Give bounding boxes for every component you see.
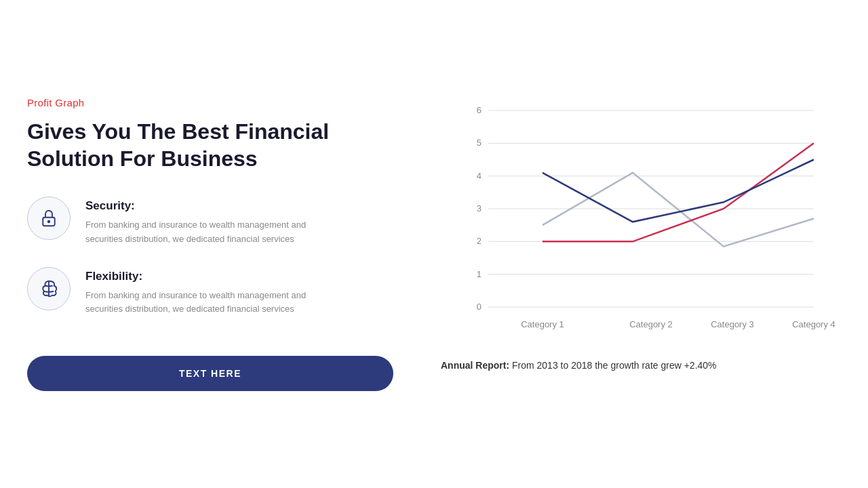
svg-text:1: 1 — [477, 269, 481, 279]
feature-flexibility: Flexibility: From banking and insurance … — [27, 267, 393, 317]
chart-area: 0 1 2 3 4 5 6 Category 1 Category 2 Cate… — [434, 97, 841, 348]
brain-icon — [39, 279, 59, 299]
flexibility-text: Flexibility: From banking and insurance … — [85, 267, 316, 317]
svg-text:3: 3 — [477, 203, 481, 214]
profit-label: Profit Graph — [27, 97, 393, 108]
feature-security: Security: From banking and insurance to … — [27, 197, 393, 247]
flexibility-desc: From banking and insurance to wealth man… — [85, 289, 316, 317]
security-title: Security: — [85, 199, 316, 213]
svg-text:6: 6 — [477, 105, 481, 115]
flexibility-icon-circle — [27, 267, 71, 310]
headline: Gives You The Best Financial Solution Fo… — [27, 118, 393, 172]
svg-text:Category 3: Category 3 — [711, 319, 754, 329]
svg-text:Category 2: Category 2 — [629, 319, 673, 329]
security-desc: From banking and insurance to wealth man… — [85, 218, 316, 247]
svg-text:Category 4: Category 4 — [792, 319, 835, 329]
annual-report-text: From 2013 to 2018 the growth rate grew +… — [512, 360, 717, 371]
lock-icon — [39, 208, 59, 228]
svg-text:2: 2 — [477, 236, 481, 246]
svg-point-1 — [48, 221, 50, 223]
security-icon-circle — [27, 197, 71, 240]
profit-chart: 0 1 2 3 4 5 6 Category 1 Category 2 Cate… — [434, 97, 841, 348]
annual-report: Annual Report: From 2013 to 2018 the gro… — [434, 360, 841, 371]
svg-text:Category 1: Category 1 — [521, 319, 564, 329]
main-container: Profit Graph Gives You The Best Financia… — [27, 83, 841, 405]
svg-text:5: 5 — [477, 138, 481, 148]
flexibility-title: Flexibility: — [85, 270, 316, 283]
left-panel: Profit Graph Gives You The Best Financia… — [27, 97, 393, 391]
svg-text:4: 4 — [477, 171, 481, 181]
security-text: Security: From banking and insurance to … — [85, 197, 316, 247]
annual-report-label: Annual Report: — [441, 360, 509, 371]
cta-button[interactable]: TEXT HERE — [27, 356, 393, 391]
right-panel: 0 1 2 3 4 5 6 Category 1 Category 2 Cate… — [434, 97, 841, 371]
svg-text:0: 0 — [477, 302, 481, 312]
